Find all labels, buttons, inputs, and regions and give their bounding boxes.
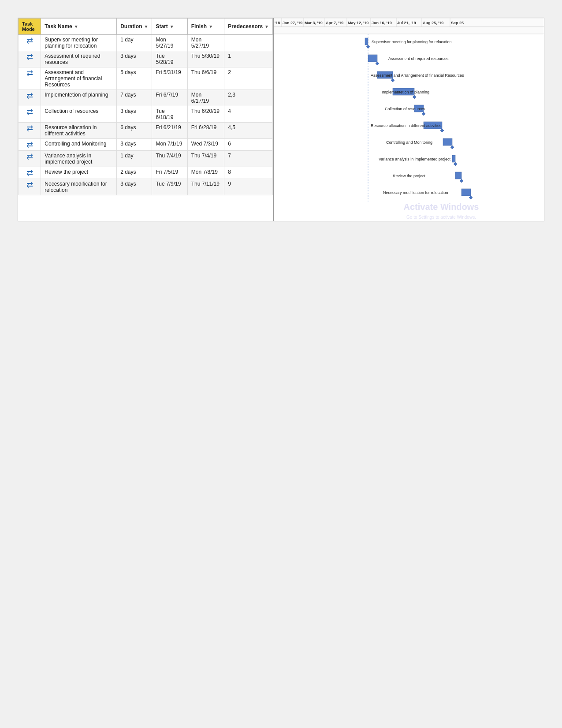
task-mode-icon: ⇄ (26, 52, 33, 61)
task-name-cell: Resource allocation in different activit… (41, 123, 117, 139)
right-pane: '18 Jan 27, '19 Mar 3, '19 Apr 7, '19 Ma… (274, 18, 544, 221)
svg-marker-48 (469, 196, 473, 199)
sort-arrow-pred: ▼ (264, 24, 269, 29)
predecessors-cell: 6 (224, 139, 273, 151)
start-cell: Mon 7/1/19 (152, 139, 187, 151)
svg-text:Jun 16, '19: Jun 16, '19 (372, 21, 392, 25)
table-row: ⇄Resource allocation in different activi… (19, 123, 273, 139)
table-row: ⇄Implementetion of planning7 daysFri 6/7… (19, 90, 273, 106)
task-mode-icon: ⇄ (26, 36, 33, 45)
duration-cell: 2 days (117, 167, 152, 179)
svg-marker-36 (440, 129, 444, 132)
duration-cell: 3 days (117, 106, 152, 123)
gantt-svg: '18 Jan 27, '19 Mar 3, '19 Apr 7, '19 Ma… (274, 18, 544, 221)
predecessors-cell: 8 (224, 167, 273, 179)
sort-arrow-start: ▼ (170, 24, 174, 29)
th-taskname[interactable]: Task Name ▼ (41, 19, 117, 35)
start-cell: Fri 6/7/19 (152, 90, 187, 106)
svg-text:'18: '18 (275, 21, 280, 25)
svg-text:Jul 21, '19: Jul 21, '19 (397, 21, 416, 25)
finish-cell: Thu 6/6/19 (187, 67, 224, 90)
th-finish[interactable]: Finish ▼ (187, 19, 224, 35)
duration-cell: 3 days (117, 51, 152, 67)
duration-cell: 1 day (117, 35, 152, 51)
duration-cell: 1 day (117, 151, 152, 167)
task-name-cell: Necessary modification for relocation (41, 179, 117, 195)
finish-cell: Thu 7/11/19 (187, 179, 224, 195)
task-mode-icon: ⇄ (26, 124, 33, 133)
svg-text:Supervisor meeting for plannin: Supervisor meeting for planning for relo… (372, 40, 452, 44)
svg-rect-23 (368, 55, 377, 62)
finish-cell: Fri 6/28/19 (187, 123, 224, 139)
task-mode-icon: ⇄ (26, 180, 33, 189)
th-duration[interactable]: Duration ▼ (117, 19, 152, 35)
predecessors-cell: 2 (224, 67, 273, 90)
left-pane: TaskMode Task Name ▼ Duration ▼ (18, 18, 274, 221)
svg-text:Collection of resources: Collection of resources (385, 107, 425, 111)
th-predecessors[interactable]: Predecessors ▼ (224, 19, 273, 35)
th-start[interactable]: Start ▼ (152, 19, 187, 35)
start-cell: Thu 7/4/19 (152, 151, 187, 167)
svg-rect-41 (452, 155, 455, 162)
svg-marker-39 (450, 146, 454, 149)
svg-marker-42 (454, 162, 457, 166)
task-mode-icon: ⇄ (26, 91, 33, 100)
predecessors-cell: 7 (224, 151, 273, 167)
svg-text:Activate Windows: Activate Windows (404, 202, 479, 212)
main-container: TaskMode Task Name ▼ Duration ▼ (18, 18, 544, 221)
svg-text:Go to Settings to activate Win: Go to Settings to activate Windows. (406, 215, 476, 220)
task-mode-icon: ⇄ (26, 140, 33, 149)
predecessors-cell: 4,5 (224, 123, 273, 139)
svg-text:Controlling and Monitoring: Controlling and Monitoring (386, 140, 432, 145)
finish-cell: Thu 5/30/19 (187, 51, 224, 67)
task-mode-cell: ⇄ (19, 151, 41, 167)
table-row: ⇄Assessment and Arrangement of financial… (19, 67, 273, 90)
task-mode-icon: ⇄ (26, 69, 33, 78)
predecessors-cell: 9 (224, 179, 273, 195)
task-name-cell: Review the project (41, 167, 117, 179)
svg-rect-44 (455, 172, 462, 179)
start-cell: Tue 5/28/19 (152, 51, 187, 67)
svg-text:Aug 25, '19: Aug 25, '19 (423, 21, 443, 25)
start-cell: Tue 7/9/19 (152, 179, 187, 195)
svg-text:Assessment of required resourc: Assessment of required resources (388, 56, 449, 61)
svg-rect-47 (462, 189, 471, 196)
task-mode-cell: ⇄ (19, 139, 41, 151)
svg-text:Necessary modification for rel: Necessary modification for relocation (383, 190, 448, 195)
svg-text:May 12, '19: May 12, '19 (348, 21, 368, 25)
start-cell: Fri 5/31/19 (152, 67, 187, 90)
svg-text:Review the project: Review the project (393, 174, 426, 178)
svg-marker-27 (391, 78, 395, 82)
task-mode-cell: ⇄ (19, 179, 41, 195)
svg-rect-38 (443, 138, 452, 146)
duration-cell: 3 days (117, 179, 152, 195)
predecessors-cell (224, 35, 273, 51)
task-name-cell: Variance analysis in implemented project (41, 151, 117, 167)
task-name-cell: Implementetion of planning (41, 90, 117, 106)
table-row: ⇄Controlling and Monitoring3 daysMon 7/1… (19, 139, 273, 151)
start-cell: Fri 7/5/19 (152, 167, 187, 179)
finish-cell: Mon 6/17/19 (187, 90, 224, 106)
task-mode-cell: ⇄ (19, 167, 41, 179)
svg-marker-45 (460, 179, 463, 183)
finish-cell: Wed 7/3/19 (187, 139, 224, 151)
table-row: ⇄Necessary modification for relocation3 … (19, 179, 273, 195)
svg-marker-21 (366, 45, 370, 49)
start-cell: Fri 6/21/19 (152, 123, 187, 139)
sort-arrow-finish: ▼ (208, 24, 213, 29)
sort-arrow-duration: ▼ (144, 24, 149, 29)
predecessors-cell: 2,3 (224, 90, 273, 106)
task-name-cell: Collection of resources (41, 106, 117, 123)
svg-marker-33 (422, 112, 425, 116)
task-mode-cell: ⇄ (19, 35, 41, 51)
predecessors-cell: 4 (224, 106, 273, 123)
start-cell: Tue 6/18/19 (152, 106, 187, 123)
table-row: ⇄Collection of resources3 daysTue 6/18/1… (19, 106, 273, 123)
task-mode-cell: ⇄ (19, 51, 41, 67)
finish-cell: Thu 7/4/19 (187, 151, 224, 167)
task-name-cell: Controlling and Monitoring (41, 139, 117, 151)
table-row: ⇄Review the project2 daysFri 7/5/19Mon 7… (19, 167, 273, 179)
svg-text:Apr 7, '19: Apr 7, '19 (326, 21, 343, 25)
duration-cell: 6 days (117, 123, 152, 139)
svg-rect-18 (274, 27, 544, 34)
